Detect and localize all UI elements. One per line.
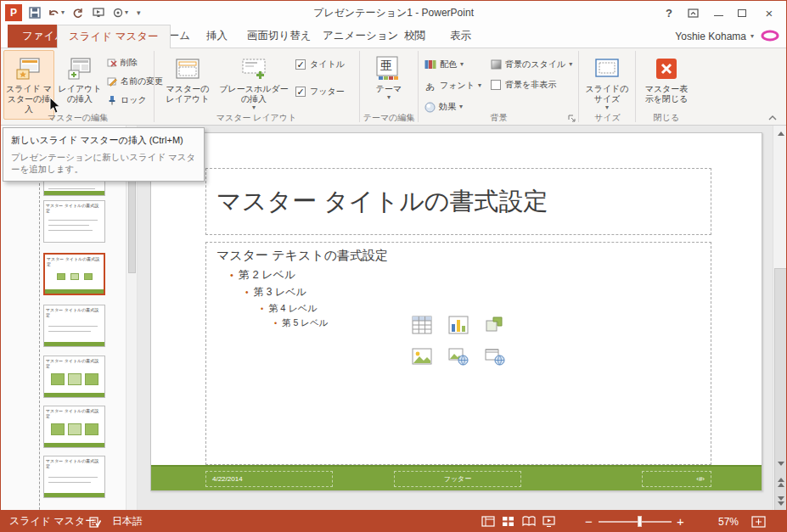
fonts-label: フォント (440, 80, 475, 92)
close-master-view-button[interactable]: マスター表示を閉じる (639, 50, 694, 120)
title-placeholder-text: マスター タイトルの書式設定 (206, 185, 548, 219)
hide-background-checkbox[interactable]: 背景を非表示 (491, 79, 556, 91)
insert-placeholder-button[interactable]: プレースホルダーの挿入 ▾ (217, 50, 290, 120)
fit-slide-to-window-button[interactable] (751, 510, 766, 532)
normal-view-button[interactable] (481, 510, 495, 532)
double-arrow-down-icon (778, 496, 784, 501)
close-button[interactable]: × (757, 1, 781, 25)
slide-master-canvas[interactable]: マスター タイトルの書式設定 マスター テキストの書式設定 • 第 2 レベル … (150, 132, 762, 491)
tab-insert[interactable]: 挿入 (195, 25, 239, 48)
account-menu[interactable]: Yoshie Kohama ▾ (675, 25, 754, 48)
chevron-down-icon: ▾ (750, 33, 754, 40)
insert-placeholder-label: プレースホルダーの挿入 (218, 84, 290, 104)
thumbnail-pane-scrollbar[interactable] (126, 126, 138, 510)
slide-thumbnail[interactable]: マスター タイトルの書式設定 (43, 456, 105, 498)
insert-layout-button[interactable]: レイアウトの挿入 (56, 50, 104, 120)
fit-to-window-icon (751, 516, 766, 528)
slide-thumbnail-selected[interactable]: マスター タイトルの書式設定 (43, 253, 105, 295)
scrollbar-thumb[interactable] (774, 268, 787, 532)
ribbon: スライド マスターの挿入 レイアウトの挿入 削除 名前の変更 ロック マスターの… (1, 48, 786, 126)
slide-thumbnail[interactable]: マスター タイトルの書式設定 (43, 406, 105, 448)
footer-checkbox[interactable]: ✓ フッター (295, 86, 345, 98)
themes-button[interactable]: 亜 テーマ ▾ (364, 50, 413, 120)
slide-thumbnail[interactable]: マスター タイトルの書式設定 (43, 200, 105, 243)
plus-icon: + (677, 514, 684, 529)
insert-picture-icon[interactable] (411, 345, 433, 367)
reading-view-button[interactable] (522, 510, 536, 532)
thumbnail-line (48, 225, 89, 226)
title-bar: P ▾ ▾ ▾ プレゼンテーション1 - PowerPoint ? (1, 1, 786, 25)
background-styles-button[interactable]: 背景のスタイル ▾ (491, 55, 572, 74)
thumbnail-content-chip (68, 423, 82, 435)
zoom-slider-thumb[interactable] (638, 516, 642, 527)
title-placeholder[interactable]: マスター タイトルの書式設定 (205, 168, 711, 235)
insert-slide-master-button[interactable]: スライド マスターの挿入 (3, 50, 54, 120)
footer-placeholder[interactable]: フッター (394, 471, 521, 487)
slide-number-placeholder[interactable]: ‹#› (642, 471, 711, 487)
effects-label: 効果 (439, 101, 456, 113)
group-master-layout: マスターのレイアウト プレースホルダーの挿入 ▾ ✓ タイトル ✓ フッター マ… (155, 48, 358, 125)
bullet-icon: • (230, 271, 233, 280)
next-slide-button[interactable] (773, 494, 787, 508)
slide-thumbnail[interactable]: マスター タイトルの書式設定 (43, 305, 105, 347)
body-placeholder[interactable]: マスター テキストの書式設定 • 第 2 レベル • 第 3 レベル • 第 4… (205, 242, 711, 465)
footer-checkbox-label: フッター (310, 86, 345, 98)
master-layout-button[interactable]: マスターのレイアウト (161, 50, 214, 120)
footer-text: フッター (444, 474, 472, 484)
zoom-out-button[interactable]: − (585, 510, 593, 532)
view-name-indicator[interactable]: スライド マスター (9, 510, 95, 532)
maximize-button[interactable] (730, 1, 754, 25)
help-button[interactable]: ? (657, 1, 681, 25)
thumbnail-line (48, 326, 98, 327)
tab-review[interactable]: 校閲 (393, 25, 436, 48)
account-name: Yoshie Kohama (675, 31, 746, 42)
preserve-button[interactable]: ロック (104, 91, 149, 109)
tab-view[interactable]: 表示 (439, 25, 482, 48)
chevron-down-icon: ▾ (478, 82, 481, 89)
date-placeholder[interactable]: 4/22/2014 (205, 471, 333, 487)
tab-slide-master[interactable]: スライド マスター (57, 25, 171, 48)
group-background: 配色 ▾ あ フォント ▾ 効果 ▾ 背景のスタイル ▾ 背景を非表示 (419, 48, 578, 125)
title-checkbox[interactable]: ✓ タイトル (295, 59, 345, 70)
insert-online-picture-icon[interactable] (447, 345, 469, 367)
slide-sorter-view-button[interactable] (502, 510, 514, 532)
zoom-level[interactable]: 57% (718, 510, 739, 532)
scroll-up-button[interactable] (773, 126, 787, 141)
collapse-ribbon-button[interactable] (767, 115, 778, 121)
insert-chart-icon[interactable] (447, 314, 469, 336)
vertical-scrollbar[interactable] (773, 126, 787, 510)
user-avatar-scribble (761, 29, 779, 42)
slide-thumbnail[interactable]: マスター タイトルの書式設定 (43, 356, 105, 398)
insert-table-icon[interactable] (411, 314, 433, 336)
slideshow-view-button[interactable] (542, 510, 555, 532)
group-edit-theme: 亜 テーマ ▾ テーマの編集 (361, 48, 417, 125)
chevron-down-icon: ▾ (569, 61, 572, 68)
insert-slide-master-icon (15, 54, 42, 83)
scroll-down-button[interactable] (773, 456, 787, 471)
thumbnail-content-chip (68, 373, 82, 385)
theme-fonts-button[interactable]: あ フォント ▾ (424, 76, 481, 95)
close-master-view-icon (655, 54, 678, 83)
insert-smartart-icon[interactable] (484, 314, 506, 336)
insert-video-icon[interactable] (484, 345, 506, 367)
language-indicator[interactable]: 日本語 (112, 510, 143, 532)
thumbnail-label: マスター タイトルの書式設定 (47, 256, 102, 266)
previous-slide-button[interactable] (773, 475, 787, 490)
minimize-button[interactable] (706, 1, 730, 25)
proofing-button[interactable] (89, 510, 101, 532)
thumbnail-label: マスター タイトルの書式設定 (46, 358, 103, 368)
group-separator (418, 51, 419, 122)
zoom-in-button[interactable]: + (677, 510, 684, 532)
delete-button[interactable]: 削除 (104, 53, 140, 71)
double-arrow-down-icon (778, 501, 784, 506)
background-dialog-launcher[interactable] (568, 115, 576, 123)
body-level2-text: 第 2 レベル (239, 267, 295, 283)
minimize-icon (714, 15, 723, 16)
theme-colors-button[interactable]: 配色 ▾ (424, 55, 464, 74)
thumbnail-green-bar (44, 393, 104, 397)
zoom-slider-track[interactable] (599, 521, 672, 523)
ribbon-display-options-button[interactable] (681, 1, 705, 25)
slide-size-button[interactable]: スライドのサイズ ▾ (582, 50, 632, 120)
preserve-label: ロック (121, 94, 147, 106)
tab-transitions[interactable]: 画面切り替え (236, 25, 323, 48)
